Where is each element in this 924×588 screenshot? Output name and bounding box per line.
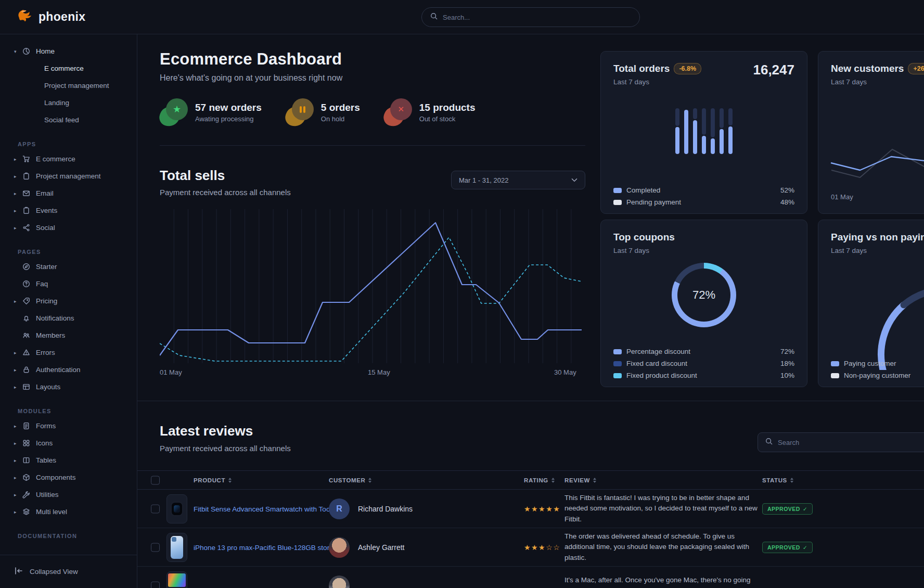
clipboard-icon [22, 207, 36, 214]
product-link[interactable]: iPhone 13 pro max-Pacific Blue-128GB sto… [194, 543, 341, 551]
sidebar-item-multi-level[interactable]: ▸Multi level [0, 503, 137, 520]
column-header-status[interactable]: STATUS [762, 477, 793, 483]
card-period: Last 7 days [613, 78, 794, 86]
pie-chart-icon [22, 47, 36, 55]
global-search-input[interactable]: Search... [421, 7, 640, 27]
legend-swatch [831, 373, 839, 378]
stat-value: 57 new orders [195, 102, 262, 113]
x-label: 01 May [831, 193, 853, 201]
legend-label: Paying customer [844, 360, 896, 367]
sidebar-item-home[interactable]: ▾ Home [0, 43, 137, 60]
date-range-select[interactable]: Mar 1 - 31, 2022 [451, 171, 585, 189]
reviews-search-input[interactable]: Search [758, 432, 924, 452]
collapse-sidebar-button[interactable]: Collapsed View [0, 555, 137, 588]
sidebar-item-e-commerce[interactable]: ▸E commerce [0, 150, 137, 168]
sidebar-item-label: Utilities [36, 491, 59, 498]
sidebar-item-email[interactable]: ▸Email [0, 185, 137, 202]
sidebar-item-social[interactable]: ▸Social [0, 219, 137, 236]
card-title: New customers [831, 63, 904, 74]
row-checkbox[interactable] [151, 543, 160, 552]
legend-row: Pending payment48% [613, 198, 794, 206]
page-title: Ecommerce Dashboard [160, 50, 585, 69]
status-badge: APPROVED ✓ [762, 542, 813, 553]
product-link[interactable]: Fitbit Sense Advanced Smartwatch with To… [194, 505, 349, 513]
card-period: Last 7 days [831, 247, 924, 254]
bar [720, 108, 724, 154]
stat-value: 15 products [419, 102, 476, 113]
sidebar-item-label: Faq [36, 280, 48, 288]
review-text: This Fitbit is fantastic! I was trying t… [564, 492, 765, 525]
bar [702, 108, 706, 154]
column-header-review[interactable]: REVIEW [564, 477, 596, 483]
sidebar-item-members[interactable]: Members [0, 327, 137, 344]
sidebar-item-events[interactable]: ▸Events [0, 202, 137, 219]
bell-icon [22, 314, 36, 322]
rating-stars: ★★★★★ [524, 505, 560, 513]
paying-card: Paying vs non paying Last 7 days Paying … [818, 220, 924, 387]
select-all-checkbox[interactable] [151, 476, 160, 484]
sidebar-item-layouts[interactable]: ▸Layouts [0, 378, 137, 395]
new-customers-line-chart [818, 130, 924, 192]
row-checkbox[interactable] [151, 581, 160, 588]
legend-swatch [613, 200, 622, 205]
app-root: phoenix Search... ▾ Home E commerceProje… [0, 0, 924, 588]
stat-red: ✕15 productsOut of stock [384, 98, 476, 126]
check-icon: ✓ [803, 544, 807, 551]
caret-right-icon: ▸ [14, 385, 22, 390]
sidebar-item-label: Home [36, 47, 55, 55]
sidebar-subitem-e-commerce[interactable]: E commerce [0, 60, 137, 77]
sidebar-item-forms[interactable]: ▸Forms [0, 417, 137, 434]
sidebar-subitem-project-management[interactable]: Project management [0, 77, 137, 94]
sidebar-item-utilities[interactable]: ▸Utilities [0, 486, 137, 503]
sidebar-item-project-management[interactable]: ▸Project management [0, 168, 137, 185]
row-checkbox[interactable] [151, 504, 160, 513]
sidebar-subitem-landing[interactable]: Landing [0, 94, 137, 111]
sort-icon [368, 478, 371, 483]
kpi-cards: Total orders-6.8% Last 7 days 16,247 Com… [600, 51, 924, 387]
column-header-customer[interactable]: CUSTOMER [329, 477, 371, 483]
users-icon [22, 331, 36, 339]
brand-name: phoenix [38, 10, 85, 24]
rating-stars: ★★★☆☆ [524, 543, 560, 552]
paying-gauge-chart [818, 266, 924, 370]
sidebar-item-icons[interactable]: ▸Icons [0, 434, 137, 452]
clipboard-icon [22, 172, 36, 180]
sidebar-item-faq[interactable]: Faq [0, 275, 137, 292]
caret-right-icon: ▸ [14, 350, 22, 355]
card-title: Total orders [613, 63, 670, 74]
sidebar-item-authentication[interactable]: ▸Authentication [0, 361, 137, 378]
caret-right-icon: ▸ [14, 174, 22, 179]
sidebar-item-label: Members [36, 331, 65, 339]
sidebar-item-tables[interactable]: ▸Tables [0, 452, 137, 469]
customer-name: Ashley Garrett [358, 543, 404, 552]
column-header-product[interactable]: PRODUCT [194, 477, 232, 483]
customer-cell: RRichard Dawkins [329, 498, 413, 519]
caret-right-icon: ▸ [14, 299, 22, 304]
sidebar-item-starter[interactable]: Starter [0, 258, 137, 275]
file-icon [22, 422, 36, 430]
sidebar-item-notifications[interactable]: Notifications [0, 310, 137, 327]
sidebar-item-pricing[interactable]: ▸Pricing [0, 292, 137, 310]
stat-green: ★57 new ordersAwating processing [160, 98, 262, 126]
date-range-value: Mar 1 - 31, 2022 [459, 176, 508, 184]
sidebar-item-label: Layouts [36, 383, 60, 391]
legend-label: Non-paying customer [844, 372, 910, 379]
product-image [166, 494, 187, 523]
sidebar-item-components[interactable]: ▸Components [0, 469, 137, 486]
sidebar-section-label: APPS [18, 141, 137, 147]
sidebar-item-errors[interactable]: ▸Errors [0, 344, 137, 361]
check-icon: ✓ [803, 506, 807, 512]
collapse-label: Collapsed View [30, 568, 78, 576]
brand-logo[interactable]: phoenix [16, 7, 85, 27]
sidebar-item-label: Components [36, 474, 76, 481]
column-header-rating[interactable]: RATING [524, 477, 555, 483]
new-customers-card: New customers+26.5% Last 7 days 01 May [818, 51, 924, 214]
sidebar-item-label: Notifications [36, 314, 74, 322]
sidebar-subitem-social-feed[interactable]: Social feed [0, 111, 137, 129]
sidebar-item-label: Tables [36, 456, 56, 464]
customer-cell [329, 576, 350, 588]
review-text: It's a Mac, after all. Once you've gone … [564, 575, 765, 588]
orders-legend: Completed52%Pending payment48% [613, 182, 794, 206]
sidebar-sections: APPS▸E commerce▸Project management▸Email… [0, 141, 137, 539]
columns-icon [22, 456, 36, 464]
